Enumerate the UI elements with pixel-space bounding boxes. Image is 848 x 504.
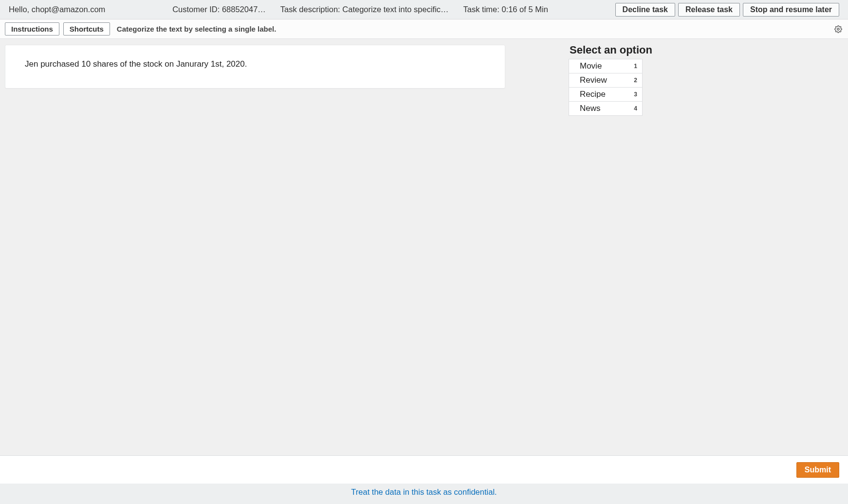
submit-button[interactable]: Submit (796, 462, 839, 478)
workspace: Jen purchased 10 shares of the stock on … (0, 39, 848, 455)
footer-bar: Submit (0, 455, 848, 484)
option-label: Review (580, 75, 607, 85)
option-label: Recipe (580, 90, 606, 99)
toolbar: Instructions Shortcuts Categorize the te… (0, 19, 848, 39)
confidential-notice: Treat the data in this task as confident… (0, 484, 848, 504)
option-news[interactable]: News 4 (569, 101, 643, 116)
option-shortcut: 1 (634, 63, 637, 70)
options-title: Select an option (569, 44, 652, 56)
task-description: Task description: Categorize text into s… (280, 5, 449, 14)
option-review[interactable]: Review 2 (569, 73, 643, 88)
option-shortcut: 3 (634, 91, 637, 98)
customer-id: Customer ID: 68852047… (172, 5, 266, 14)
shortcuts-button[interactable]: Shortcuts (63, 22, 110, 36)
toolbar-prompt: Categorize the text by selecting a singl… (117, 25, 277, 33)
option-shortcut: 4 (634, 105, 637, 112)
option-recipe[interactable]: Recipe 3 (569, 87, 643, 102)
stop-resume-button[interactable]: Stop and resume later (743, 3, 839, 17)
task-header: Hello, chopt@amazon.com Customer ID: 688… (0, 0, 848, 19)
option-label: News (580, 104, 601, 113)
text-panel: Jen purchased 10 shares of the stock on … (5, 45, 505, 89)
option-shortcut: 2 (634, 77, 637, 84)
release-task-button[interactable]: Release task (678, 3, 740, 17)
option-movie[interactable]: Movie 1 (569, 59, 643, 73)
instructions-button[interactable]: Instructions (5, 22, 59, 36)
task-time: Task time: 0:16 of 5 Min (463, 5, 548, 14)
header-info: Customer ID: 68852047… Task description:… (117, 5, 603, 14)
options-panel: Select an option Movie 1 Review 2 Recipe… (569, 44, 652, 116)
option-label: Movie (580, 61, 602, 71)
settings-icon[interactable] (834, 25, 842, 33)
decline-task-button[interactable]: Decline task (615, 3, 675, 17)
svg-point-0 (837, 28, 839, 30)
task-text: Jen purchased 10 shares of the stock on … (25, 59, 247, 69)
greeting-text: Hello, chopt@amazon.com (9, 5, 105, 14)
header-actions: Decline task Release task Stop and resum… (615, 3, 839, 17)
